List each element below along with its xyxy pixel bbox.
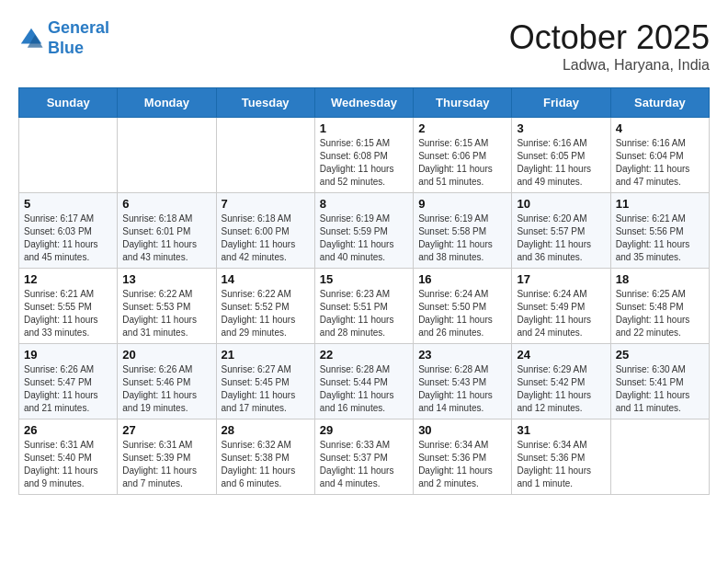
weekday-header-row: SundayMondayTuesdayWednesdayThursdayFrid… bbox=[19, 88, 710, 118]
calendar-cell: 4Sunrise: 6:16 AM Sunset: 6:04 PM Daylig… bbox=[610, 118, 709, 193]
day-info: Sunrise: 6:32 AM Sunset: 5:38 PM Dayligh… bbox=[222, 439, 310, 490]
calendar-cell: 30Sunrise: 6:34 AM Sunset: 5:36 PM Dayli… bbox=[414, 419, 512, 495]
day-info: Sunrise: 6:25 AM Sunset: 5:48 PM Dayligh… bbox=[616, 288, 704, 339]
day-info: Sunrise: 6:28 AM Sunset: 5:43 PM Dayligh… bbox=[418, 363, 506, 415]
calendar-cell bbox=[216, 118, 314, 193]
weekday-header-saturday: Saturday bbox=[610, 88, 709, 118]
logo: General Blue bbox=[18, 18, 109, 58]
calendar-cell: 3Sunrise: 6:16 AM Sunset: 6:05 PM Daylig… bbox=[512, 118, 610, 193]
logo-icon bbox=[18, 26, 44, 52]
calendar-cell: 24Sunrise: 6:29 AM Sunset: 5:42 PM Dayli… bbox=[512, 344, 610, 419]
day-number: 29 bbox=[320, 423, 408, 437]
day-number: 13 bbox=[122, 272, 210, 286]
day-number: 21 bbox=[222, 348, 310, 362]
day-info: Sunrise: 6:27 AM Sunset: 5:45 PM Dayligh… bbox=[222, 363, 310, 415]
calendar-cell: 1Sunrise: 6:15 AM Sunset: 6:08 PM Daylig… bbox=[314, 118, 413, 193]
calendar-cell: 19Sunrise: 6:26 AM Sunset: 5:47 PM Dayli… bbox=[19, 344, 118, 419]
day-info: Sunrise: 6:30 AM Sunset: 5:41 PM Dayligh… bbox=[616, 363, 704, 415]
day-info: Sunrise: 6:19 AM Sunset: 5:58 PM Dayligh… bbox=[418, 213, 506, 264]
calendar-cell: 6Sunrise: 6:18 AM Sunset: 6:01 PM Daylig… bbox=[118, 193, 216, 269]
day-number: 11 bbox=[616, 197, 704, 211]
day-number: 31 bbox=[517, 423, 605, 437]
day-number: 27 bbox=[122, 423, 210, 437]
calendar-cell: 12Sunrise: 6:21 AM Sunset: 5:55 PM Dayli… bbox=[19, 269, 118, 344]
day-info: Sunrise: 6:34 AM Sunset: 5:36 PM Dayligh… bbox=[517, 439, 605, 490]
day-number: 18 bbox=[616, 272, 704, 286]
day-number: 25 bbox=[616, 348, 704, 362]
day-info: Sunrise: 6:31 AM Sunset: 5:39 PM Dayligh… bbox=[122, 439, 210, 490]
day-info: Sunrise: 6:23 AM Sunset: 5:51 PM Dayligh… bbox=[320, 288, 408, 339]
day-number: 17 bbox=[517, 272, 605, 286]
calendar-cell: 18Sunrise: 6:25 AM Sunset: 5:48 PM Dayli… bbox=[610, 269, 709, 344]
day-number: 7 bbox=[222, 197, 310, 211]
day-number: 9 bbox=[418, 197, 506, 211]
logo-line2: Blue bbox=[48, 39, 84, 57]
calendar-cell: 20Sunrise: 6:26 AM Sunset: 5:46 PM Dayli… bbox=[118, 344, 216, 419]
day-info: Sunrise: 6:24 AM Sunset: 5:50 PM Dayligh… bbox=[418, 288, 506, 339]
calendar-cell: 25Sunrise: 6:30 AM Sunset: 5:41 PM Dayli… bbox=[610, 344, 709, 419]
day-number: 10 bbox=[517, 197, 605, 211]
calendar-cell: 9Sunrise: 6:19 AM Sunset: 5:58 PM Daylig… bbox=[414, 193, 512, 269]
weekday-header-thursday: Thursday bbox=[414, 88, 512, 118]
title-section: October 2025 Ladwa, Haryana, India bbox=[509, 18, 710, 74]
calendar-cell: 17Sunrise: 6:24 AM Sunset: 5:49 PM Dayli… bbox=[512, 269, 610, 344]
day-info: Sunrise: 6:20 AM Sunset: 5:57 PM Dayligh… bbox=[517, 213, 605, 264]
calendar-cell: 11Sunrise: 6:21 AM Sunset: 5:56 PM Dayli… bbox=[610, 193, 709, 269]
calendar-week-5: 26Sunrise: 6:31 AM Sunset: 5:40 PM Dayli… bbox=[19, 419, 710, 495]
day-info: Sunrise: 6:29 AM Sunset: 5:42 PM Dayligh… bbox=[517, 363, 605, 415]
calendar-cell: 31Sunrise: 6:34 AM Sunset: 5:36 PM Dayli… bbox=[512, 419, 610, 495]
weekday-header-sunday: Sunday bbox=[19, 88, 118, 118]
calendar-cell: 23Sunrise: 6:28 AM Sunset: 5:43 PM Dayli… bbox=[414, 344, 512, 419]
calendar-cell: 5Sunrise: 6:17 AM Sunset: 6:03 PM Daylig… bbox=[19, 193, 118, 269]
day-info: Sunrise: 6:22 AM Sunset: 5:52 PM Dayligh… bbox=[222, 288, 310, 339]
calendar-week-4: 19Sunrise: 6:26 AM Sunset: 5:47 PM Dayli… bbox=[19, 344, 710, 419]
calendar-week-1: 1Sunrise: 6:15 AM Sunset: 6:08 PM Daylig… bbox=[19, 118, 710, 193]
calendar-cell: 14Sunrise: 6:22 AM Sunset: 5:52 PM Dayli… bbox=[216, 269, 314, 344]
calendar-cell: 15Sunrise: 6:23 AM Sunset: 5:51 PM Dayli… bbox=[314, 269, 413, 344]
calendar-week-3: 12Sunrise: 6:21 AM Sunset: 5:55 PM Dayli… bbox=[19, 269, 710, 344]
calendar-cell bbox=[610, 419, 709, 495]
day-number: 19 bbox=[24, 348, 112, 362]
day-info: Sunrise: 6:21 AM Sunset: 5:55 PM Dayligh… bbox=[24, 288, 112, 339]
weekday-header-monday: Monday bbox=[118, 88, 216, 118]
day-number: 28 bbox=[222, 423, 310, 437]
day-number: 20 bbox=[122, 348, 210, 362]
day-info: Sunrise: 6:15 AM Sunset: 6:08 PM Dayligh… bbox=[320, 137, 408, 189]
day-info: Sunrise: 6:16 AM Sunset: 6:05 PM Dayligh… bbox=[517, 137, 605, 189]
weekday-header-friday: Friday bbox=[512, 88, 610, 118]
calendar-cell: 26Sunrise: 6:31 AM Sunset: 5:40 PM Dayli… bbox=[19, 419, 118, 495]
day-number: 6 bbox=[122, 197, 210, 211]
day-info: Sunrise: 6:17 AM Sunset: 6:03 PM Dayligh… bbox=[24, 213, 112, 264]
day-number: 30 bbox=[418, 423, 506, 437]
day-info: Sunrise: 6:15 AM Sunset: 6:06 PM Dayligh… bbox=[418, 137, 506, 189]
calendar-cell: 28Sunrise: 6:32 AM Sunset: 5:38 PM Dayli… bbox=[216, 419, 314, 495]
calendar-week-2: 5Sunrise: 6:17 AM Sunset: 6:03 PM Daylig… bbox=[19, 193, 710, 269]
day-number: 15 bbox=[320, 272, 408, 286]
day-number: 16 bbox=[418, 272, 506, 286]
calendar-cell: 22Sunrise: 6:28 AM Sunset: 5:44 PM Dayli… bbox=[314, 344, 413, 419]
calendar-cell: 29Sunrise: 6:33 AM Sunset: 5:37 PM Dayli… bbox=[314, 419, 413, 495]
day-info: Sunrise: 6:22 AM Sunset: 5:53 PM Dayligh… bbox=[122, 288, 210, 339]
weekday-header-wednesday: Wednesday bbox=[314, 88, 413, 118]
day-info: Sunrise: 6:21 AM Sunset: 5:56 PM Dayligh… bbox=[616, 213, 704, 264]
page-header: General Blue October 2025 Ladwa, Haryana… bbox=[18, 18, 710, 74]
day-number: 5 bbox=[24, 197, 112, 211]
calendar-table: SundayMondayTuesdayWednesdayThursdayFrid… bbox=[18, 87, 710, 495]
day-info: Sunrise: 6:19 AM Sunset: 5:59 PM Dayligh… bbox=[320, 213, 408, 264]
calendar-cell: 27Sunrise: 6:31 AM Sunset: 5:39 PM Dayli… bbox=[118, 419, 216, 495]
day-number: 26 bbox=[24, 423, 112, 437]
day-info: Sunrise: 6:24 AM Sunset: 5:49 PM Dayligh… bbox=[517, 288, 605, 339]
day-info: Sunrise: 6:26 AM Sunset: 5:46 PM Dayligh… bbox=[122, 363, 210, 415]
day-number: 4 bbox=[616, 121, 704, 135]
day-info: Sunrise: 6:34 AM Sunset: 5:36 PM Dayligh… bbox=[418, 439, 506, 490]
calendar-cell: 21Sunrise: 6:27 AM Sunset: 5:45 PM Dayli… bbox=[216, 344, 314, 419]
calendar-cell: 2Sunrise: 6:15 AM Sunset: 6:06 PM Daylig… bbox=[414, 118, 512, 193]
logo-line1: General bbox=[48, 18, 109, 37]
day-number: 24 bbox=[517, 348, 605, 362]
day-number: 22 bbox=[320, 348, 408, 362]
day-number: 8 bbox=[320, 197, 408, 211]
day-number: 12 bbox=[24, 272, 112, 286]
day-number: 23 bbox=[418, 348, 506, 362]
calendar-cell bbox=[19, 118, 118, 193]
calendar-cell: 8Sunrise: 6:19 AM Sunset: 5:59 PM Daylig… bbox=[314, 193, 413, 269]
